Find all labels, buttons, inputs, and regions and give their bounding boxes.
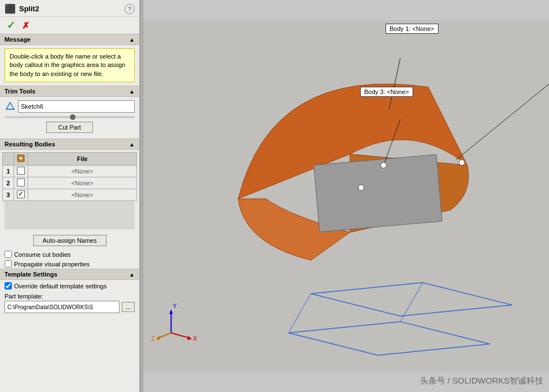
col-file-header: File: [28, 153, 137, 166]
panel-icon: ⬛: [5, 3, 16, 14]
row-checkbox-cell[interactable]: [14, 189, 28, 201]
col-num-header: [3, 153, 14, 166]
body3-value: <None>: [387, 88, 409, 95]
bodies-table: File 1<None>2<None>3<None>: [2, 152, 137, 201]
sketch-input[interactable]: [18, 100, 135, 113]
body1-label: Body 1:: [389, 25, 412, 32]
message-content: Double-click a body file name or select …: [5, 48, 135, 82]
resulting-bodies-section-header[interactable]: Resulting Bodies ▲: [0, 139, 139, 150]
viewport: Y X Z Body 1: <None> Body 2: <None> Body…: [143, 0, 549, 392]
svg-text:X: X: [193, 335, 197, 342]
row-number: 1: [3, 166, 14, 177]
row-file-value[interactable]: <None>: [28, 177, 137, 189]
3d-scene: Y X Z: [143, 0, 549, 392]
body1-value: <None>: [412, 25, 434, 32]
table-row[interactable]: 3<None>: [3, 189, 137, 201]
sketch-field: [5, 100, 135, 113]
svg-point-10: [380, 162, 386, 168]
row-file-value[interactable]: <None>: [28, 189, 137, 201]
consume-cut-bodies-row: Consume cut bodies: [0, 250, 139, 259]
row-checkbox-cell[interactable]: [14, 166, 28, 177]
row-number: 3: [3, 189, 14, 201]
sketch-icon: [5, 101, 16, 112]
slider-row: [5, 116, 135, 118]
trim-tools-content: Cut Part: [0, 97, 139, 139]
trim-tools-section-header[interactable]: Trim Tools ▲: [0, 86, 139, 97]
col-check-header: [14, 153, 28, 166]
svg-text:Z: Z: [151, 335, 155, 342]
table-row[interactable]: 2<None>: [3, 177, 137, 189]
consume-cut-bodies-label: Consume cut bodies: [14, 251, 70, 258]
propagate-visual-row: Propagate visual properties: [0, 259, 139, 269]
propagate-visual-checkbox[interactable]: [5, 260, 12, 268]
resulting-bodies-content: File 1<None>2<None>3<None>: [0, 150, 139, 231]
ok-button[interactable]: ✓: [5, 19, 17, 32]
override-template-checkbox[interactable]: [5, 282, 12, 289]
template-settings-chevron-icon: ▲: [129, 271, 135, 278]
template-path-row: ...: [5, 301, 135, 313]
propagate-visual-label: Propagate visual properties: [14, 261, 90, 268]
template-settings-content: Override default template settings Part …: [0, 280, 139, 315]
template-settings-section-header[interactable]: Template Settings ▲: [0, 269, 139, 280]
svg-text:Y: Y: [173, 302, 178, 309]
template-path-input[interactable]: [5, 301, 119, 313]
message-section-header[interactable]: Message ▲: [0, 34, 139, 45]
row-checkbox[interactable]: [17, 190, 25, 198]
part-template-label: Part template:: [5, 293, 135, 300]
body3-label: Body 3:: [364, 88, 387, 95]
row-checkbox[interactable]: [17, 167, 25, 175]
body3-callout[interactable]: Body 3: <None>: [360, 87, 413, 97]
help-button[interactable]: ?: [125, 4, 135, 14]
toolbar: ✓ ✗: [0, 17, 139, 34]
watermark: 头条号 / SOLIDWORKS智诚科技: [420, 376, 543, 386]
body1-callout[interactable]: Body 1: <None>: [386, 24, 439, 34]
cut-part-button[interactable]: Cut Part: [46, 122, 92, 133]
svg-marker-0: [6, 103, 14, 109]
row-number: 2: [3, 177, 14, 189]
svg-point-12: [459, 160, 464, 166]
cancel-button[interactable]: ✗: [19, 19, 32, 32]
consume-cut-bodies-checkbox[interactable]: [5, 251, 12, 258]
left-panel: ⬛ Split2 ? ✓ ✗ Message ▲ Double-click a …: [0, 0, 140, 392]
svg-rect-6: [314, 154, 442, 232]
override-template-row: Override default template settings: [5, 282, 135, 289]
auto-assign-button[interactable]: Auto-assign Names: [33, 235, 107, 246]
browse-button[interactable]: ...: [122, 302, 135, 312]
table-empty-area: [5, 201, 135, 229]
row-checkbox[interactable]: [17, 179, 25, 186]
trim-tools-chevron-icon: ▲: [129, 88, 135, 95]
title-bar: ⬛ Split2 ?: [0, 0, 139, 17]
table-row[interactable]: 1<None>: [3, 166, 137, 177]
override-template-label: Override default template settings: [14, 283, 107, 289]
message-chevron-icon: ▲: [129, 37, 135, 43]
row-checkbox-cell[interactable]: [14, 177, 28, 189]
resulting-bodies-chevron-icon: ▲: [129, 141, 135, 148]
row-file-value[interactable]: <None>: [28, 166, 137, 177]
panel-title: Split2: [19, 5, 121, 13]
svg-point-11: [358, 185, 364, 190]
